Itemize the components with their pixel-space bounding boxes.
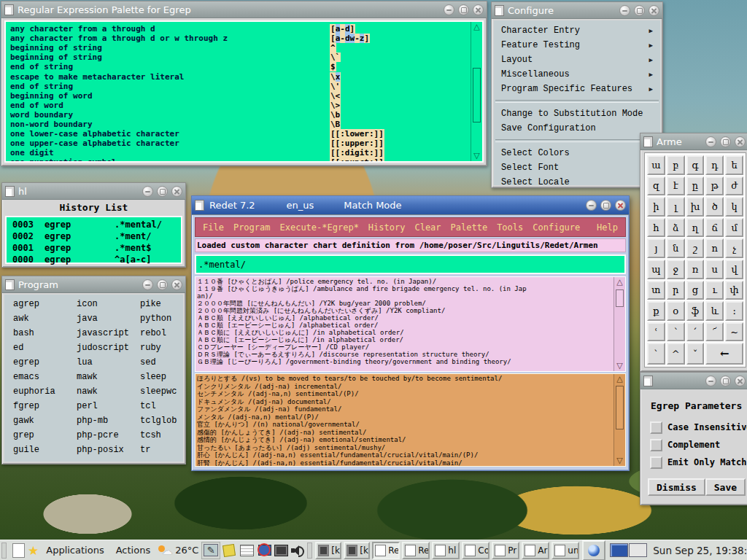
maximize-button[interactable]	[458, 4, 469, 15]
dismiss-button[interactable]: Dismiss	[648, 478, 705, 496]
panel-section-handle[interactable]	[307, 542, 312, 559]
program-item[interactable]: perl	[77, 401, 140, 416]
taskbar-window-button[interactable]: [k:	[344, 542, 370, 559]
scroll-up-icon[interactable]: △	[473, 22, 479, 32]
window-menu-icon[interactable]	[643, 136, 653, 147]
window-menu-icon[interactable]	[643, 376, 653, 386]
minimize-button[interactable]	[142, 279, 153, 290]
palette-row[interactable]: one digit [[:digit:]]	[10, 148, 468, 158]
matches-scrollbar[interactable]: △ ▽	[614, 374, 625, 466]
regex-token[interactable]: \x	[330, 72, 341, 82]
desktop-icon[interactable]	[12, 543, 25, 558]
palette-row[interactable]: escape to make metacharacter literal \x	[10, 71, 468, 81]
menu-item[interactable]: Change to Substitution Mode	[494, 106, 660, 121]
regex-token[interactable]: [[:digit:]]	[330, 148, 384, 158]
armenian-key[interactable]: կ	[725, 197, 743, 217]
menu-item[interactable]: Miscellaneous ▶	[494, 67, 660, 82]
scrollbar-thumb[interactable]	[616, 289, 624, 307]
armenian-key[interactable]: և	[705, 301, 724, 321]
armenian-key[interactable]: փ	[725, 281, 743, 300]
window-menu-icon[interactable]	[495, 5, 504, 16]
armenian-key[interactable]: ճ	[705, 218, 724, 238]
armenian-key[interactable]: ք	[647, 301, 665, 321]
program-item[interactable]: javascript	[77, 328, 140, 343]
palette-row[interactable]: beginning of word \<	[10, 91, 468, 101]
palette-titlebar[interactable]: Regular Expression Palette for Egrep	[1, 1, 487, 18]
minimize-button[interactable]	[142, 186, 153, 197]
history-row[interactable]: 0000 egrep ^a[a-c]	[12, 254, 181, 265]
menu-item[interactable]: Feature Testing ▶	[494, 38, 660, 52]
armenian-key[interactable]: ո	[705, 238, 724, 258]
program-titlebar[interactable]: Program	[2, 276, 185, 293]
screen-blocked-icon[interactable]	[258, 545, 271, 556]
menubar-item[interactable]: Help	[597, 222, 618, 233]
program-item[interactable]: sed	[140, 357, 177, 372]
terminal-tray-icon[interactable]	[274, 545, 288, 556]
program-item[interactable]: euphoria	[13, 386, 77, 401]
workspace-2[interactable]	[629, 543, 647, 557]
checkbox[interactable]	[650, 456, 662, 469]
scrollbar-thumb[interactable]	[616, 386, 624, 429]
regex-token[interactable]: \'	[330, 82, 341, 91]
program-item[interactable]: guile	[13, 445, 77, 459]
scrollbar-thumb[interactable]	[473, 68, 481, 122]
maximize-button[interactable]	[634, 5, 645, 16]
window-menu-icon[interactable]	[5, 279, 15, 290]
program-item[interactable]: egrep	[13, 357, 77, 372]
checkbox[interactable]	[650, 421, 662, 434]
minimize-button[interactable]	[705, 136, 716, 147]
history-titlebar[interactable]: hl	[2, 183, 185, 200]
program-item[interactable]: ruby	[140, 343, 177, 357]
armenian-key[interactable]: մ	[725, 218, 743, 238]
scroll-down-icon[interactable]: ▽	[616, 361, 622, 371]
armenian-key[interactable]: գ	[686, 155, 705, 175]
taskbar-window-button[interactable]: Ar	[522, 542, 549, 559]
armenian-key[interactable]: ս	[705, 260, 724, 279]
history-row[interactable]: 0003 egrep .*mental/	[12, 219, 181, 230]
program-item[interactable]: agrep	[13, 299, 77, 314]
program-item[interactable]: php-posix	[77, 445, 140, 459]
armenian-titlebar[interactable]: Arme	[640, 133, 747, 150]
armenian-key[interactable]: ն	[667, 238, 685, 258]
regex-token[interactable]: [a-dw-z]	[330, 34, 370, 43]
palette-row[interactable]: end of word \>	[10, 101, 468, 110]
menubar-item[interactable]: Tools	[497, 222, 523, 233]
menubar-item[interactable]: Palette	[451, 222, 488, 233]
program-item[interactable]: php-pcre	[77, 430, 140, 445]
armenian-key[interactable]: ՝	[667, 322, 685, 342]
program-item[interactable]: sleep	[140, 372, 177, 386]
program-item[interactable]: php-mb	[77, 416, 140, 430]
palette-row[interactable]: any character from a through d or w thro…	[10, 34, 468, 43]
corpus-scrollbar[interactable]: △ ▽	[614, 277, 625, 371]
program-item[interactable]: rebol	[140, 328, 177, 343]
history-row[interactable]: 0002 egrep .*ment/	[12, 230, 181, 242]
armenian-key[interactable]: ֆ	[686, 301, 705, 321]
maximize-button[interactable]	[157, 186, 168, 197]
armenian-key[interactable]: հ	[647, 218, 665, 238]
checkbox-row[interactable]: Complement	[650, 436, 747, 454]
checkbox-row[interactable]: Emit Only Match	[650, 454, 747, 471]
menu-item[interactable]: Select Locale	[494, 175, 660, 190]
program-item[interactable]: emacs	[13, 372, 77, 386]
armenian-key[interactable]: ՜	[705, 322, 724, 342]
program-item[interactable]: lua	[77, 357, 140, 372]
regex-token[interactable]: \>	[330, 101, 341, 110]
close-button[interactable]	[615, 200, 626, 211]
menu-item[interactable]: Character Entry ▶	[494, 23, 660, 38]
palette-row[interactable]: one lower-case alphabetic character [[:l…	[10, 129, 468, 139]
palette-row[interactable]: one punctuation symbol [[:punct:]]	[10, 158, 468, 163]
redet-titlebar[interactable]: Redet 7.2 en_us Match Mode	[192, 196, 629, 215]
armenian-key[interactable]: խ	[686, 197, 705, 217]
armenian-key[interactable]: ^	[667, 343, 685, 365]
program-item[interactable]: pike	[140, 299, 177, 314]
armenian-key[interactable]: վ	[725, 260, 743, 279]
close-button[interactable]	[171, 279, 182, 290]
star-icon[interactable]: ★	[28, 544, 39, 557]
armenian-key[interactable]: `	[647, 343, 665, 365]
taskbar-window-button[interactable]: Co	[462, 542, 489, 559]
taskbar-window-button[interactable]: hl	[432, 542, 460, 559]
palette-row[interactable]: beginning of string \`	[10, 52, 468, 62]
maximize-button[interactable]	[157, 279, 168, 290]
screenshot-tool-icon[interactable]: ✎	[201, 542, 220, 559]
workspace-1[interactable]	[610, 543, 628, 557]
